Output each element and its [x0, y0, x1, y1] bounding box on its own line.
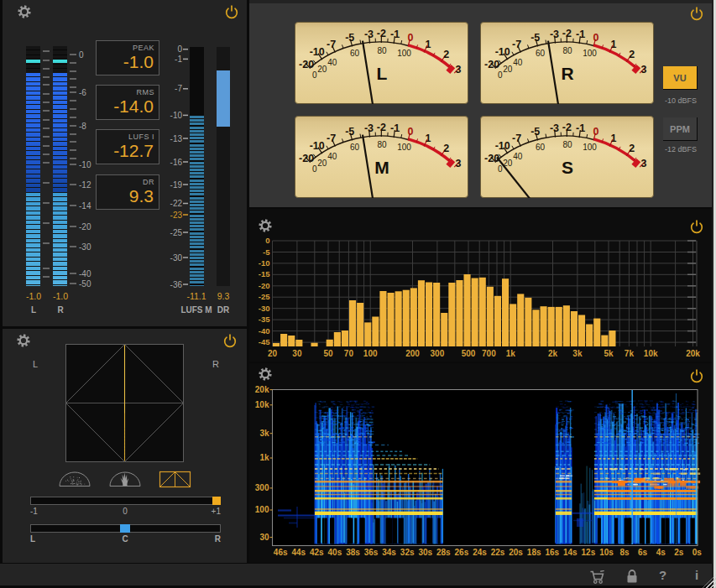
svg-text:1: 1 [610, 133, 616, 144]
svg-text:-3: -3 [550, 29, 559, 40]
svg-text:3: 3 [456, 64, 462, 75]
svg-text:50: 50 [323, 349, 333, 358]
svg-text:-7: -7 [512, 39, 521, 50]
svg-text:-19: -19 [170, 180, 183, 190]
svg-text:10k: 10k [644, 349, 658, 358]
svg-text:-1: -1 [576, 122, 585, 134]
svg-text:-10: -10 [310, 46, 325, 58]
svg-text:-7: -7 [175, 84, 182, 93]
svg-text:5k: 5k [604, 349, 614, 358]
svg-text:-3: -3 [364, 122, 374, 134]
svg-text:-1: -1 [390, 122, 400, 134]
svg-text:-5: -5 [263, 247, 270, 257]
svg-text:20k: 20k [686, 349, 700, 358]
svg-text:-10: -10 [310, 140, 325, 152]
svg-text:100: 100 [255, 505, 269, 514]
svg-text:-45: -45 [259, 337, 270, 346]
svg-text:1k: 1k [506, 349, 516, 358]
svg-text:-23: -23 [170, 211, 183, 220]
svg-text:34s: 34s [382, 548, 396, 557]
svg-text:0: 0 [79, 50, 84, 60]
svg-text:60: 60 [536, 49, 546, 58]
svg-text:40: 40 [513, 152, 523, 161]
svg-text:28s: 28s [436, 548, 451, 557]
svg-text:14s: 14s [563, 548, 578, 557]
svg-text:0: 0 [593, 126, 599, 138]
svg-text:-25: -25 [259, 292, 270, 301]
svg-text:-3: -3 [364, 29, 374, 40]
svg-text:30s: 30s [418, 548, 432, 557]
svg-text:2: 2 [629, 49, 635, 60]
svg-text:-5: -5 [530, 126, 540, 138]
svg-text:-25: -25 [170, 228, 183, 237]
svg-text:10s: 10s [599, 548, 614, 557]
svg-text:0: 0 [498, 164, 503, 174]
svg-text:100: 100 [397, 49, 411, 58]
svg-text:-22: -22 [170, 199, 183, 208]
svg-text:10k: 10k [255, 400, 269, 409]
svg-text:16s: 16s [545, 548, 559, 557]
svg-text:M: M [374, 158, 389, 177]
svg-text:20: 20 [268, 349, 278, 358]
svg-text:24s: 24s [473, 548, 487, 557]
svg-text:40s: 40s [328, 548, 342, 557]
svg-text:1k: 1k [259, 453, 269, 462]
svg-text:-5: -5 [530, 32, 540, 44]
svg-text:40: 40 [513, 58, 523, 67]
svg-text:20: 20 [503, 65, 513, 74]
svg-text:0: 0 [265, 236, 269, 245]
svg-text:0: 0 [593, 32, 599, 44]
svg-text:6s: 6s [638, 548, 648, 557]
svg-text:300: 300 [255, 483, 269, 492]
svg-text:-1: -1 [576, 29, 585, 40]
svg-text:20: 20 [317, 65, 327, 74]
svg-text:-7: -7 [327, 133, 336, 144]
svg-text:0: 0 [408, 126, 414, 138]
svg-text:-2: -2 [377, 122, 386, 133]
svg-text:100: 100 [583, 143, 597, 152]
svg-text:-1: -1 [175, 55, 182, 64]
svg-text:30: 30 [292, 349, 302, 358]
svg-text:-1: -1 [390, 29, 400, 40]
svg-text:80: 80 [562, 140, 572, 149]
svg-text:3: 3 [456, 158, 462, 169]
svg-text:3: 3 [641, 158, 647, 169]
svg-text:0s: 0s [692, 548, 703, 557]
svg-text:-20: -20 [484, 59, 499, 70]
svg-text:3k: 3k [259, 429, 269, 438]
svg-text:-7: -7 [512, 133, 521, 144]
svg-text:2: 2 [443, 49, 449, 60]
svg-text:40: 40 [327, 152, 337, 161]
svg-text:-14: -14 [79, 201, 91, 211]
svg-text:3k: 3k [572, 349, 583, 358]
svg-text:1: 1 [425, 39, 431, 50]
svg-text:-10: -10 [79, 160, 91, 169]
svg-text:4s: 4s [656, 548, 666, 557]
svg-text:100: 100 [583, 49, 597, 58]
svg-text:46s: 46s [274, 548, 288, 557]
svg-text:42s: 42s [310, 548, 324, 557]
svg-text:L: L [377, 64, 388, 83]
svg-text:-15: -15 [259, 269, 270, 278]
svg-text:-2: -2 [562, 122, 572, 133]
svg-text:-10: -10 [170, 111, 183, 120]
svg-text:0: 0 [312, 164, 317, 174]
svg-text:-16: -16 [170, 158, 183, 167]
svg-text:-6: -6 [79, 88, 86, 97]
svg-text:8s: 8s [619, 548, 630, 557]
svg-text:-2: -2 [562, 28, 572, 39]
svg-text:20s: 20s [509, 548, 523, 557]
svg-text:-10: -10 [495, 140, 510, 152]
svg-text:-10: -10 [259, 258, 270, 268]
svg-text:-40: -40 [259, 326, 270, 336]
svg-text:-5: -5 [345, 126, 354, 138]
svg-text:2k: 2k [548, 349, 558, 358]
svg-text:-50: -50 [79, 279, 91, 289]
svg-text:-20: -20 [299, 153, 314, 164]
svg-text:32s: 32s [400, 548, 415, 557]
svg-text:30: 30 [259, 533, 269, 542]
svg-text:40: 40 [327, 58, 337, 67]
svg-text:60: 60 [350, 143, 360, 152]
svg-text:100: 100 [363, 349, 378, 358]
svg-text:-10: -10 [495, 46, 510, 58]
